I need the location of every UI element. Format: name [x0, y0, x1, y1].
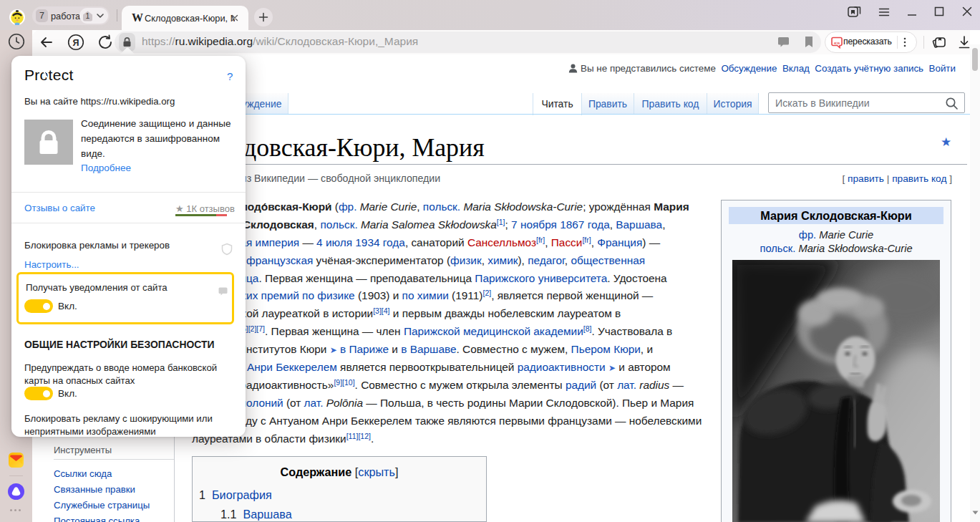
svg-text:Я: Я — [73, 38, 79, 48]
svg-text:1: 1 — [86, 11, 90, 20]
svg-text:«»: «» — [834, 39, 841, 46]
